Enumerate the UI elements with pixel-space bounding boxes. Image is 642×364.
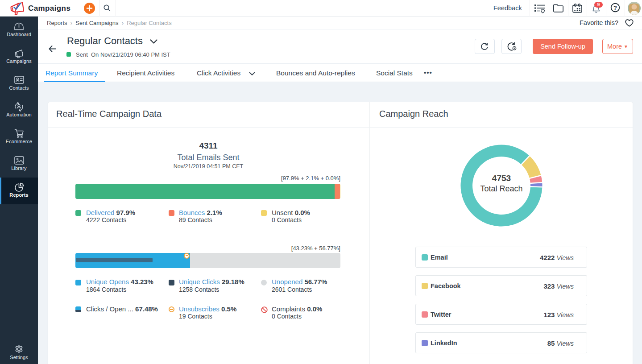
svg-text:?: ? xyxy=(613,4,617,11)
